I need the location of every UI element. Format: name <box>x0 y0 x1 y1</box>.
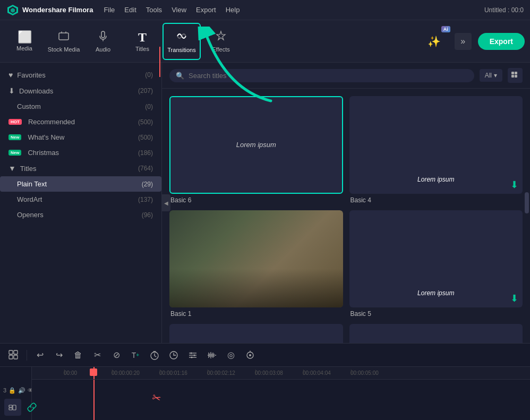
effects-icon <box>215 30 227 44</box>
toolbar-stock-media[interactable]: Stock Media <box>45 23 83 60</box>
sidebar-item-favorites[interactable]: ♥ Favorites (0) <box>0 67 161 83</box>
grid-item-basic6[interactable]: Lorem ipsum Basic 6 <box>169 96 343 204</box>
grid-item-basic1[interactable]: Basic 1 <box>169 210 343 318</box>
grid-thumb-basic4[interactable]: Lorem ipsum ⬇ <box>349 96 523 194</box>
download-icon-basic5[interactable]: ⬇ <box>510 293 518 304</box>
search-input[interactable] <box>189 72 468 80</box>
toolbar-media[interactable]: ⬜ Media <box>5 23 44 60</box>
grid-thumb-6[interactable] <box>349 324 523 343</box>
sidebar-item-custom[interactable]: Custom (0) <box>0 99 161 114</box>
undo-button[interactable]: ↩ <box>32 348 47 363</box>
audio-label: Audio <box>96 46 110 53</box>
timeline-toolbar: ↩ ↪ 🗑 ✂ ⊘ T+ <box>0 344 530 367</box>
clock-button[interactable] <box>166 348 181 363</box>
custom-label: Custom <box>17 102 41 110</box>
grid-thumb-basic5[interactable]: Lorem ipsum ⬇ <box>349 210 523 308</box>
grid-item-basic5[interactable]: Lorem ipsum ⬇ Basic 5 <box>349 210 523 318</box>
toolbar-transitions[interactable]: Transitions <box>163 23 201 60</box>
grid-thumb-5[interactable] <box>169 324 343 343</box>
export-button[interactable]: Export <box>478 33 525 50</box>
expand-button[interactable]: » <box>455 33 472 50</box>
redo-button[interactable]: ↪ <box>52 348 66 363</box>
grid-item-basic4[interactable]: Lorem ipsum ⬇ Basic 4 <box>349 96 523 204</box>
favorites-label: Favorites <box>17 71 45 79</box>
download-icon-basic4[interactable]: ⬇ <box>510 179 518 191</box>
speed-button[interactable]: ◎ <box>224 348 238 363</box>
sidebar-item-favorites-left: ♥ Favorites <box>8 71 46 79</box>
grid-thumb-basic1[interactable] <box>169 210 343 308</box>
ai-icon: ✨ <box>428 35 441 48</box>
svg-rect-13 <box>14 350 18 354</box>
split-view-button[interactable] <box>6 348 21 363</box>
mask-button[interactable]: ⊘ <box>109 348 124 363</box>
custom-count: (0) <box>145 103 153 110</box>
delete-button[interactable]: 🗑 <box>71 348 86 363</box>
timeline-lanes: 00:00 00:00:00:20 00:00:01:16 00:00:02:1… <box>32 367 530 420</box>
grid-item-6[interactable] <box>349 324 523 343</box>
sidebar-item-downloads[interactable]: ⬇ Downloads (207) <box>0 83 161 99</box>
sidebar-item-recommended[interactable]: HOT Recommended (500) <box>0 114 161 130</box>
titles-count: (764) <box>138 165 153 172</box>
sidebar-item-openers[interactable]: Openers (96) <box>0 207 161 222</box>
menu-file[interactable]: File <box>104 6 115 14</box>
link-tracks-button[interactable] <box>23 399 40 416</box>
svg-rect-9 <box>511 75 514 78</box>
sidebar-item-whats-new[interactable]: New What's New (500) <box>0 130 161 145</box>
sidebar-item-plain-text[interactable]: Plain Text (29) <box>0 176 161 192</box>
rotate-button[interactable] <box>243 348 258 363</box>
media-label: Media <box>16 45 32 52</box>
content-header: 🔍 All ▾ <box>162 63 530 89</box>
toolbar-divider-1 <box>27 350 27 361</box>
track-number: 3 <box>3 387 6 393</box>
svg-rect-10 <box>515 75 517 78</box>
grid-toggle-button[interactable] <box>508 68 523 83</box>
plain-text-label: Plain Text <box>17 180 47 188</box>
filter-label: All <box>485 72 492 79</box>
text-add-button[interactable]: T+ <box>128 348 143 363</box>
toolbar-titles[interactable]: T Titles <box>123 23 161 60</box>
toolbar-effects[interactable]: Effects <box>202 23 240 60</box>
lock-icon[interactable]: 🔒 <box>8 387 16 394</box>
menu-export[interactable]: Export <box>196 6 216 14</box>
sidebar-item-openers-left: Openers <box>17 211 44 219</box>
top-bar: Wondershare Filmora File Edit Tools View… <box>0 0 530 20</box>
volume-icon[interactable]: 🔊 <box>18 387 25 394</box>
svg-rect-12 <box>9 350 13 354</box>
sidebar-item-titles[interactable]: ▼ Titles (764) <box>0 160 161 176</box>
titles-sidebar-label: Titles <box>20 165 37 173</box>
title-bar-right: Untitled : 00:0 <box>484 6 524 14</box>
ruler-mark-1: 00:00:00:20 <box>112 370 159 376</box>
cut-button[interactable]: ✂ <box>90 348 105 363</box>
menu-tools[interactable]: Tools <box>146 6 162 14</box>
project-title: Untitled : 00:0 <box>484 6 524 14</box>
grid-item-5[interactable] <box>169 324 343 343</box>
app-name-label: Wondershare Filmora <box>22 6 93 14</box>
grid-label-basic4: Basic 4 <box>349 196 523 204</box>
timer-button[interactable] <box>147 348 162 363</box>
sidebar-item-wordart[interactable]: WordArt (137) <box>0 192 161 207</box>
scrollbar-thumb[interactable] <box>525 192 529 213</box>
sidebar-item-christmas[interactable]: New Christmas (186) <box>0 145 161 160</box>
search-icon: 🔍 <box>176 72 184 80</box>
add-track-button[interactable] <box>4 399 21 416</box>
sidebar-item-wordart-left: WordArt <box>17 195 42 203</box>
filter-dropdown[interactable]: All ▾ <box>480 69 502 82</box>
grid-thumb-basic6[interactable]: Lorem ipsum <box>169 96 343 194</box>
stock-media-icon <box>58 30 70 44</box>
track-control-row-1: 3 🔒 🔊 👁 <box>3 382 28 399</box>
waveform-button[interactable] <box>204 348 219 363</box>
collapse-sidebar-button[interactable]: ◀ <box>162 194 170 211</box>
download-sidebar-icon: ⬇ <box>8 87 15 95</box>
track-lane <box>32 380 530 420</box>
menu-edit[interactable]: Edit <box>124 6 136 14</box>
menu-help[interactable]: Help <box>226 6 240 14</box>
whats-new-count: (500) <box>138 134 153 141</box>
toolbar-audio[interactable]: Audio <box>84 23 122 60</box>
new-badge-1: New <box>8 134 21 140</box>
settings-button[interactable] <box>185 348 200 363</box>
menu-view[interactable]: View <box>172 6 186 14</box>
toolbar-ai[interactable]: Ai ✨ <box>415 23 454 60</box>
media-icon: ⬜ <box>18 31 32 43</box>
ruler-mark-5: 00:00:04:04 <box>303 370 351 376</box>
ruler-mark-6: 00:00:05:00 <box>351 370 398 376</box>
